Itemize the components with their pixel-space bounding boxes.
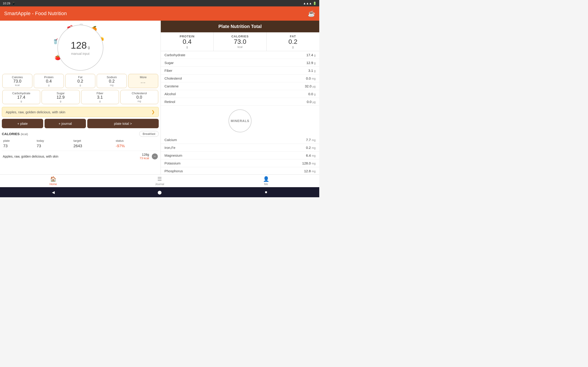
meal-badge[interactable]: Breakfast	[139, 131, 159, 137]
pill-carbohydrate[interactable]: Carbohydrate 17.4 g	[2, 90, 40, 104]
nutrition-pills-row2: Carbohydrate 17.4 g Sugar 12.9 g Fiber 3…	[2, 89, 159, 105]
coffee-icon[interactable]: ☕	[308, 10, 315, 17]
left-panel: 🥩 🥛 🍊 🧀 🍇 🌿 🌾 🍅 🥤 128 g manual input	[0, 21, 161, 174]
pill-sodium-label: Sodium	[100, 75, 124, 79]
recent-button[interactable]: ■	[263, 189, 269, 195]
status-time: 10:29	[3, 2, 10, 5]
nutrient-carbohydrate: Carbohydrate 17.4 g	[161, 51, 319, 59]
pill-fat-value: 0.2	[68, 79, 92, 84]
pill-sodium-value: 0.2	[100, 79, 124, 84]
calories-title: CALORIES	[2, 132, 20, 136]
home-button[interactable]: ⬤	[156, 189, 163, 195]
pill-protein[interactable]: Protein 0.4 g	[34, 74, 64, 88]
pill-fiber-value: 3.1	[84, 95, 116, 100]
nutrient-alcohol: Alcohol 0.0 g	[161, 90, 319, 98]
macro-fat-unit: g	[268, 45, 317, 49]
nav-me[interactable]: 👤 Me	[213, 175, 319, 187]
calories-title-group: CALORIES (kcal)	[2, 132, 28, 136]
nutrient-fiber: Fiber 3.1 g	[161, 67, 319, 75]
pill-calories-unit: kcal	[5, 84, 29, 86]
me-icon: 👤	[263, 176, 269, 182]
food-icon-juice: 🥤	[52, 39, 59, 44]
mineral-potassium-label: Potassium	[164, 161, 181, 165]
status-bar-left: 10:29 📱	[3, 2, 15, 5]
macro-fat-label: FAT	[268, 35, 317, 38]
apple-bar-text: Apples, raw, golden delicious, with skin	[6, 110, 65, 114]
macro-row: PROTEIN 0.4 g CALORIES 73.0 kcal FAT 0.2…	[161, 32, 319, 51]
col-target-header: target	[73, 139, 114, 143]
nutrition-pills-row1: Calories 73.0 kcal Protein 0.4 g Fat 0.2…	[2, 73, 159, 89]
nutrient-carb-label: Carbohydrate	[164, 53, 185, 57]
nav-journal-label: Journal	[155, 183, 164, 186]
pill-protein-value: 0.4	[37, 79, 61, 84]
minerals-circle: MINERALS	[229, 109, 251, 132]
nutrient-alcohol-value: 0.0 g	[308, 92, 316, 96]
calories-unit: (kcal)	[21, 132, 28, 136]
calories-header: CALORIES (kcal) Breakfast	[2, 131, 159, 137]
col-status-header: status	[115, 139, 158, 143]
pill-calories[interactable]: Calories 73.0 kcal	[2, 74, 32, 88]
calories-table: plate today target status 73 73 2643 -97…	[2, 138, 159, 149]
mineral-iron: Iron,Fe 0.2 mg	[161, 144, 319, 152]
nutrient-sugar: Sugar 12.9 g	[161, 59, 319, 67]
nutrient-cholesterol: Cholesterol 0.0 mg	[161, 75, 319, 82]
pill-cholesterol[interactable]: Cholesterol 0.0 mg	[120, 90, 158, 104]
nutrient-sugar-label: Sugar	[164, 61, 174, 65]
pill-fat-label: Fat	[68, 75, 92, 79]
apple-bar[interactable]: Apples, raw, golden delicious, with skin…	[2, 107, 159, 117]
food-entry-right: 128g 73 kcal −	[140, 153, 158, 160]
macro-fat: FAT 0.2 g	[267, 32, 319, 51]
mineral-phosphorus: Phosphorus 12.8 mg	[161, 167, 319, 174]
pill-carb-value: 17.4	[5, 95, 37, 100]
pill-fiber[interactable]: Fiber 3.1 g	[81, 90, 119, 104]
pill-sodium[interactable]: Sodium 0.2 mg	[97, 74, 127, 88]
system-nav-bar: ◀ ⬤ ■	[0, 187, 319, 197]
calories-status-value: -97%	[115, 143, 158, 149]
pill-cholesterol-unit: mg	[123, 100, 155, 102]
mineral-potassium: Potassium 128.0 mg	[161, 159, 319, 167]
pill-carb-label: Carbohydrate	[5, 92, 37, 95]
macro-protein: PROTEIN 0.4 g	[161, 32, 214, 51]
plate-total-button[interactable]: plate total >	[87, 119, 159, 128]
macro-protein-label: PROTEIN	[163, 35, 212, 38]
mineral-magnesium-value: 6.4 mg	[306, 153, 316, 157]
pill-protein-unit: g	[37, 84, 61, 86]
mineral-calcium: Calcium 7.7 mg	[161, 136, 319, 144]
nutrient-cholesterol-label: Cholesterol	[164, 76, 182, 80]
mineral-magnesium-label: Magnesium	[164, 153, 182, 157]
pill-sugar-unit: g	[44, 100, 77, 102]
battery-icon: 🔋	[313, 2, 317, 5]
macro-calories-unit: kcal	[216, 45, 264, 49]
apple-bar-arrow-icon: ❯	[151, 109, 155, 115]
back-button[interactable]: ◀	[50, 189, 57, 195]
nav-me-label: Me	[264, 183, 268, 186]
food-circle[interactable]: 128 g manual input	[57, 25, 103, 71]
journal-icon: ☰	[157, 176, 162, 182]
pill-sugar[interactable]: Sugar 12.9 g	[42, 90, 79, 104]
pill-carb-unit: g	[5, 100, 37, 102]
plate-nutrition-header: Plate Nutrition Total	[161, 21, 319, 32]
status-sim-icon: 📱	[12, 2, 15, 5]
add-journal-button[interactable]: + journal	[44, 119, 86, 128]
nutrient-cholesterol-value: 0.0 mg	[306, 76, 316, 80]
pill-calories-value: 73.0	[5, 79, 29, 84]
remove-food-button[interactable]: −	[152, 153, 158, 159]
pill-fat[interactable]: Fat 0.2 g	[65, 74, 95, 88]
add-plate-button[interactable]: + plate	[2, 119, 43, 128]
nutrient-retinol: Retinol 0.0 μg	[161, 98, 319, 106]
nav-home[interactable]: 🏠 Home	[0, 175, 106, 187]
nav-journal[interactable]: ☰ Journal	[106, 175, 213, 187]
macro-calories: CALORIES 73.0 kcal	[214, 32, 267, 51]
app-bar: SmartApple - Food Nutrition ☕	[0, 6, 319, 21]
back-icon: ◀	[52, 190, 55, 194]
pill-protein-label: Protein	[37, 75, 61, 79]
minerals-section: MINERALS	[161, 106, 319, 136]
pill-more[interactable]: More ...	[128, 74, 158, 88]
pill-cholesterol-value: 0.0	[123, 95, 155, 100]
food-weight-display: 128 g	[71, 40, 90, 51]
macro-calories-label: CALORIES	[216, 35, 264, 38]
minerals-label: MINERALS	[231, 119, 249, 123]
recent-icon: ■	[265, 190, 267, 194]
nutrient-carb-value: 17.4 g	[306, 53, 316, 57]
nutrient-fiber-value: 3.1 g	[308, 69, 316, 73]
